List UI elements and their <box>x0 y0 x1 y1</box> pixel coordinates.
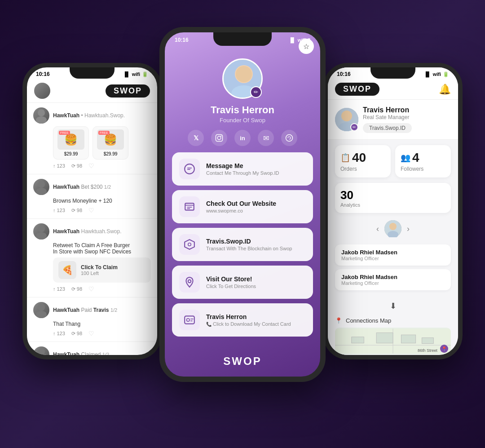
left-status-icons: ▐▌ wifi 🔋 <box>123 71 148 77</box>
claim-box[interactable]: 🍕 Click To Claim 100 Left <box>53 257 151 283</box>
connections-map-row[interactable]: 📍 Connections Map <box>328 314 458 328</box>
bell-icon[interactable]: 🔔 <box>439 84 451 95</box>
linkedin-icon[interactable]: in <box>234 130 251 146</box>
svg-rect-14 <box>216 135 223 142</box>
svg-point-7 <box>36 311 47 318</box>
share-icon-1: ⟳ <box>71 163 75 169</box>
free-badge-1: FREE <box>59 131 70 135</box>
action-title-message: Message Me <box>206 162 279 169</box>
action-info-swopid: Travis.Swop.ID Transact With The Blockch… <box>206 238 292 251</box>
wifi-icon: wifi <box>132 71 140 77</box>
carousel-avatar <box>384 220 401 237</box>
svg-point-16 <box>220 136 221 137</box>
heart-icon-3[interactable]: ♡ <box>88 285 94 293</box>
right-profile-section: ✏ Travis Herron Real Sate Manager Travis… <box>328 100 458 140</box>
product-img-2: 🍔 FREE <box>97 129 124 150</box>
right-profile-name: Travis Herron <box>363 106 412 114</box>
carousel-right[interactable]: › <box>407 224 410 234</box>
heart-icon-1[interactable]: ♡ <box>88 162 94 169</box>
right-status-icons: ▐▌ wifi 🔋 <box>424 71 449 77</box>
feed-item-2: HawkTuah Bet $200 1/2 Browns Moneyline +… <box>27 174 157 219</box>
heart-icon-4[interactable]: ♡ <box>88 330 94 337</box>
center-notch <box>213 32 272 46</box>
whatsapp-icon[interactable] <box>281 130 297 146</box>
left-notch <box>70 67 115 79</box>
connection-item-1[interactable]: Jakob Rhiel Madsen Marketing Officer <box>335 244 451 266</box>
followers-icon: 👥 <box>401 153 410 163</box>
left-header: SWOP <box>27 79 157 103</box>
edit-badge[interactable]: ✏ <box>250 86 262 98</box>
free-badge-2: FREE <box>98 131 110 135</box>
twitter-icon[interactable]: 𝕏 <box>188 130 204 146</box>
map-street: 86th Street <box>418 348 437 353</box>
action-sub-swopid: Transact With The Blockchain on Swop <box>206 246 292 251</box>
user-avatar[interactable] <box>34 83 50 99</box>
instagram-icon[interactable] <box>211 130 227 146</box>
email-icon[interactable]: ✉ <box>258 130 274 146</box>
orders-label: Orders <box>340 166 385 172</box>
feed-avatar-3 <box>33 223 49 240</box>
feed-avatar-1 <box>33 107 49 124</box>
claim-img: 🍕 <box>58 261 76 279</box>
action-card-website[interactable]: Check Out Our Website www.swopme.co <box>172 190 313 223</box>
profile-avatar-wrap: ✏ <box>222 58 263 99</box>
followers-row: 👥 4 <box>401 151 445 165</box>
svg-point-4 <box>38 225 45 232</box>
center-signal: ▐▌ <box>289 37 296 43</box>
right-profile-role: Real Sate Manager <box>363 114 412 120</box>
up-icon-1: ↑ <box>53 163 56 169</box>
action-title-contact: Travis Herron <box>206 313 291 320</box>
action-title-website: Check Out Our Website <box>206 200 276 207</box>
right-swop-id[interactable]: Travis.Swop.ID <box>363 123 412 133</box>
connection-name-1: Jakob Rhiel Madsen <box>341 249 445 256</box>
connections-map-label: Connections Map <box>346 317 391 324</box>
store-icon-wrap <box>179 272 200 293</box>
right-notch <box>370 67 415 79</box>
product-img-1: 🍔 FREE <box>57 129 84 150</box>
product-cards-1: 🍔 FREE $29.99 🍔 FREE $29.99 <box>53 126 151 160</box>
feed-avatar-4 <box>33 302 49 318</box>
svg-point-2 <box>38 181 45 188</box>
connection-item-2[interactable]: Jakob Rhiel Madsen Marketing Officer <box>335 269 451 290</box>
feed-text-4: That Thang <box>53 321 151 327</box>
left-logo: SWOP <box>106 84 150 98</box>
star-button[interactable]: ☆ <box>299 39 314 54</box>
right-time: 10:16 <box>337 71 351 77</box>
claim-sub: 100 Left <box>81 271 118 276</box>
action-card-swopid[interactable]: Travis.Swop.ID Transact With The Blockch… <box>172 228 313 261</box>
orders-row: 📋 40 <box>340 151 385 165</box>
product-price-1: $29.99 <box>56 151 86 156</box>
carousel-left[interactable]: ‹ <box>376 224 379 234</box>
bell-wrap: 🔔 <box>439 84 451 95</box>
feed-text-2: Browns Moneyline + 120 <box>53 198 151 204</box>
feed-stats-1: ↑123 ⟳98 ♡ <box>53 162 151 169</box>
swopid-icon-wrap <box>179 234 200 255</box>
svg-rect-39 <box>352 337 364 343</box>
orders-icon: 📋 <box>340 153 350 163</box>
svg-point-27 <box>187 319 190 322</box>
social-icons-row: 𝕏 in ✉ <box>188 130 297 146</box>
feed-meta-1: HawkTuah • Hawktuah.Swop. <box>53 112 125 119</box>
right-connections: Jakob Rhiel Madsen Marketing Officer Jak… <box>328 240 458 298</box>
map-thumbnail[interactable]: 86th Street 📍 <box>335 328 451 355</box>
svg-rect-40 <box>376 333 393 343</box>
right-header: SWOP 🔔 <box>328 79 458 100</box>
right-signal: ▐▌ <box>424 71 431 77</box>
product-price-2: $29.99 <box>96 151 125 156</box>
action-card-message[interactable]: Message Me Contact Me Through My Swop.ID <box>172 152 313 186</box>
action-card-contact[interactable]: Travis Herron 📞 Click to Download My Con… <box>172 303 313 337</box>
action-card-store[interactable]: Visit Our Store! Click To Get Directions <box>172 266 313 299</box>
heart-icon-2[interactable]: ♡ <box>88 207 94 214</box>
followers-number: 4 <box>412 151 419 165</box>
map-pin-icon[interactable]: 📍 <box>440 345 448 353</box>
right-profile-row: ✏ Travis Herron Real Sate Manager Travis… <box>335 106 451 133</box>
product-card-2[interactable]: 🍔 FREE $29.99 <box>93 126 128 160</box>
download-row[interactable]: ⬇ <box>328 298 458 314</box>
action-info-website: Check Out Our Website www.swopme.co <box>206 200 276 213</box>
profile-title: Founder Of Swop <box>220 117 265 124</box>
feed-stats-4: ↑123 ⟳98 ♡ <box>53 330 151 337</box>
right-edit-badge[interactable]: ✏ <box>350 123 358 131</box>
product-card-1[interactable]: 🍔 FREE $29.99 <box>53 126 89 160</box>
action-info-contact: Travis Herron 📞 Click to Download My Con… <box>206 313 291 327</box>
left-time: 10:16 <box>36 71 50 77</box>
